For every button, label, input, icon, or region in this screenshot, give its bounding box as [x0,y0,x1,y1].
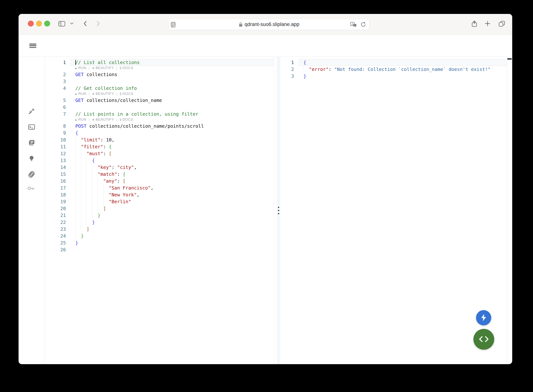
docs-button[interactable]: §DOCS [120,92,133,96]
line-number: 1 [45,59,69,66]
request-line-24[interactable]: 24} [45,233,274,239]
request-line-17[interactable]: 17"San Francisco", [45,185,274,191]
request-line-12[interactable]: 12"must": [ [45,150,274,157]
code-text: "filter": { [75,144,112,149]
reload-button[interactable] [360,22,366,28]
line-number: 19 [45,198,69,205]
request-line-10[interactable]: 10"limit": 10, [45,136,274,143]
menu-button[interactable] [29,44,36,48]
indent-guide [92,198,92,205]
line-number: 12 [45,150,69,157]
indent-guide [92,171,92,178]
separator: | [88,66,90,70]
zoom-button[interactable] [44,21,50,27]
indent-guide [303,66,304,73]
request-line-23[interactable]: 23] [45,226,274,233]
separator: | [116,117,117,121]
tab-overview-button[interactable] [498,21,505,28]
run-icon: ▶ [75,118,77,121]
code-text: { [75,130,78,136]
beautify-button[interactable]: ★BEAUTIFY [92,117,114,121]
forward-button[interactable] [97,21,100,27]
request-line-19[interactable]: 19"Berlin" [45,198,274,205]
translate-button[interactable]: A✕ [350,22,357,28]
indent-guide [81,219,81,226]
line-number: 3 [282,73,297,80]
request-line-15[interactable]: 15"match": { [45,171,274,178]
line-number: 13 [45,157,69,164]
address-bar[interactable]: qdrant-suo6.sliplane.app A✕ [168,19,370,30]
lightbulb-icon [28,160,35,163]
request-line-6[interactable]: 6 [45,104,274,111]
rocket-icon [28,113,35,116]
request-actions: ▶RUN|★BEAUTIFY|§DOCS [75,65,133,70]
response-viewer[interactable]: 1{2"error": "Not found: Collection `coll… [282,57,507,364]
run-button[interactable]: ▶RUN [75,92,86,96]
response-line-2[interactable]: 2"error": "Not found: Collection `collec… [282,66,507,73]
request-line-26[interactable]: 26 [45,246,274,253]
request-line-20[interactable]: 20] [45,205,274,212]
request-line-9[interactable]: 9{ [45,130,274,136]
request-line-14[interactable]: 14"key": "city", [45,164,274,171]
separator: | [116,66,117,70]
response-scrollbar-thumb[interactable] [507,58,512,60]
request-line-22[interactable]: 22} [45,219,274,226]
back-icon [83,21,87,27]
close-button[interactable] [28,21,34,27]
request-line-2[interactable]: 2GET collections [45,71,274,78]
share-button[interactable] [471,20,477,28]
request-line-21[interactable]: 21} [45,212,274,219]
response-line-3[interactable]: 3} [282,73,507,80]
request-line-3[interactable]: 3 [45,78,274,85]
request-line-25[interactable]: 25} [45,239,274,246]
line-number: 24 [45,233,69,239]
request-editor[interactable]: 1// List all collections▶RUN|★BEAUTIFY|§… [45,57,274,364]
line-number: 2 [282,66,297,73]
line-number: 11 [45,143,69,150]
sidebar-item-collections[interactable] [28,139,35,147]
pane-splitter[interactable] [276,57,281,364]
minimize-button[interactable] [36,21,42,27]
request-line-8[interactable]: 8POST collections/collection_name/points… [45,123,274,130]
sidebar-item-console[interactable] [28,124,35,131]
request-line-7[interactable]: 7// List points in a collection, using f… [45,111,274,117]
separator: | [88,92,90,96]
back-button[interactable] [83,21,87,27]
run-button[interactable]: ▶RUN [75,117,86,121]
reload-icon [360,22,366,28]
separator: | [88,117,90,121]
run-button[interactable]: ▶RUN [75,66,86,70]
new-tab-button[interactable] [485,21,490,27]
request-line-1[interactable]: 1// List all collections [45,59,274,66]
docs-button[interactable]: §DOCS [120,66,133,70]
url-display: qdrant-suo6.sliplane.app [169,19,369,30]
request-line-11[interactable]: 11"filter": { [45,143,274,150]
line-number: 15 [45,171,69,178]
code-snippets-button[interactable] [473,329,494,350]
svg-text:A: A [352,23,353,26]
sidebar-item-tutorial[interactable] [28,155,35,163]
sidebar-item-welcome[interactable] [28,108,35,116]
line-number: 23 [45,226,69,233]
request-line-5[interactable]: 5GET collections/collection_name [45,97,274,104]
docs-button[interactable]: §DOCS [120,117,133,121]
beautify-button[interactable]: ★BEAUTIFY [92,92,114,96]
docs-icon: § [120,118,121,121]
indent-guide [92,212,92,219]
toolbar-chevron-button[interactable] [70,23,74,25]
request-line-16[interactable]: 16"any": [ [45,178,274,185]
code-text: GET collections/collection_name [75,98,162,103]
sidebar-item-jwt[interactable] [28,186,36,191]
beautify-button[interactable]: ★BEAUTIFY [92,66,114,70]
request-line-18[interactable]: 18"New York", [45,191,274,198]
response-line-1[interactable]: 1{ [282,59,507,66]
code-text: "match": { [75,172,126,177]
terminal-icon [28,128,35,131]
code-text: // List all collections [75,60,139,65]
sidebar-toggle-button[interactable] [58,21,65,27]
request-line-4[interactable]: 4// Get collection info [45,85,274,92]
run-all-button[interactable] [476,310,491,325]
sidebar-item-datasets[interactable] [28,171,35,179]
request-line-13[interactable]: 13{ [45,157,274,164]
code-text: "limit": 10, [75,137,115,143]
